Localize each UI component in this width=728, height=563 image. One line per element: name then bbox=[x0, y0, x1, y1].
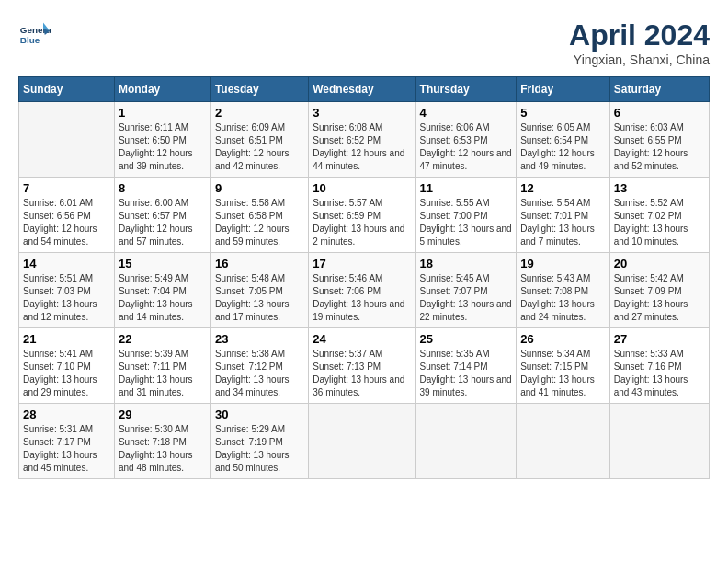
day-number: 19 bbox=[520, 257, 606, 270]
logo: General Blue bbox=[18, 18, 51, 52]
weekday-header-row: SundayMondayTuesdayWednesdayThursdayFrid… bbox=[19, 77, 710, 102]
day-number: 8 bbox=[119, 181, 207, 195]
weekday-header-friday: Friday bbox=[517, 77, 610, 102]
calendar-cell: 27Sunrise: 5:33 AM Sunset: 7:16 PM Dayli… bbox=[609, 328, 709, 404]
day-number: 12 bbox=[520, 181, 606, 195]
calendar-cell: 25Sunrise: 5:35 AM Sunset: 7:14 PM Dayli… bbox=[415, 328, 517, 404]
day-number: 29 bbox=[119, 408, 207, 421]
day-info: Sunrise: 5:51 AM Sunset: 7:03 PM Dayligh… bbox=[23, 272, 110, 324]
day-number: 28 bbox=[23, 408, 110, 421]
calendar-cell: 6Sunrise: 6:03 AM Sunset: 6:55 PM Daylig… bbox=[609, 102, 709, 178]
day-info: Sunrise: 6:01 AM Sunset: 6:56 PM Dayligh… bbox=[23, 197, 110, 248]
calendar-cell: 20Sunrise: 5:42 AM Sunset: 7:09 PM Dayli… bbox=[609, 253, 709, 328]
day-info: Sunrise: 5:52 AM Sunset: 7:02 PM Dayligh… bbox=[614, 197, 705, 248]
day-number: 3 bbox=[313, 106, 411, 120]
day-number: 10 bbox=[313, 181, 411, 195]
weekday-header-tuesday: Tuesday bbox=[210, 77, 308, 102]
day-info: Sunrise: 5:29 AM Sunset: 7:19 PM Dayligh… bbox=[215, 423, 304, 475]
day-info: Sunrise: 5:49 AM Sunset: 7:04 PM Dayligh… bbox=[119, 272, 207, 324]
day-number: 2 bbox=[215, 106, 304, 120]
weekday-header-monday: Monday bbox=[114, 77, 210, 102]
day-info: Sunrise: 5:57 AM Sunset: 6:59 PM Dayligh… bbox=[313, 197, 411, 248]
day-number: 11 bbox=[420, 181, 513, 195]
day-number: 30 bbox=[215, 408, 304, 421]
day-info: Sunrise: 5:46 AM Sunset: 7:06 PM Dayligh… bbox=[313, 272, 411, 324]
day-info: Sunrise: 5:38 AM Sunset: 7:12 PM Dayligh… bbox=[215, 348, 304, 399]
day-number: 25 bbox=[420, 332, 513, 346]
day-info: Sunrise: 5:55 AM Sunset: 7:00 PM Dayligh… bbox=[420, 197, 513, 248]
calendar-cell: 15Sunrise: 5:49 AM Sunset: 7:04 PM Dayli… bbox=[114, 253, 210, 328]
calendar-cell bbox=[517, 404, 610, 479]
day-info: Sunrise: 5:42 AM Sunset: 7:09 PM Dayligh… bbox=[614, 272, 705, 324]
day-number: 14 bbox=[23, 257, 110, 270]
page-header: General Blue April 2024 Yingxian, Shanxi… bbox=[18, 18, 710, 67]
weekday-header-sunday: Sunday bbox=[19, 77, 115, 102]
calendar-cell bbox=[609, 404, 709, 479]
day-info: Sunrise: 6:00 AM Sunset: 6:57 PM Dayligh… bbox=[119, 197, 207, 248]
day-info: Sunrise: 6:09 AM Sunset: 6:51 PM Dayligh… bbox=[215, 121, 304, 173]
calendar-table: SundayMondayTuesdayWednesdayThursdayFrid… bbox=[18, 76, 710, 479]
calendar-cell bbox=[19, 102, 115, 178]
day-number: 21 bbox=[23, 332, 110, 346]
calendar-cell: 26Sunrise: 5:34 AM Sunset: 7:15 PM Dayli… bbox=[517, 328, 610, 404]
calendar-cell: 17Sunrise: 5:46 AM Sunset: 7:06 PM Dayli… bbox=[309, 253, 415, 328]
calendar-week-1: 1Sunrise: 6:11 AM Sunset: 6:50 PM Daylig… bbox=[19, 102, 710, 178]
day-info: Sunrise: 5:48 AM Sunset: 7:05 PM Dayligh… bbox=[215, 272, 304, 324]
day-number: 24 bbox=[313, 332, 411, 346]
day-info: Sunrise: 6:11 AM Sunset: 6:50 PM Dayligh… bbox=[119, 121, 207, 173]
calendar-cell: 24Sunrise: 5:37 AM Sunset: 7:13 PM Dayli… bbox=[309, 328, 415, 404]
day-info: Sunrise: 5:54 AM Sunset: 7:01 PM Dayligh… bbox=[520, 197, 606, 248]
calendar-cell: 8Sunrise: 6:00 AM Sunset: 6:57 PM Daylig… bbox=[114, 178, 210, 253]
day-number: 16 bbox=[215, 257, 304, 270]
calendar-cell: 10Sunrise: 5:57 AM Sunset: 6:59 PM Dayli… bbox=[309, 178, 415, 253]
calendar-week-3: 14Sunrise: 5:51 AM Sunset: 7:03 PM Dayli… bbox=[19, 253, 710, 328]
day-number: 1 bbox=[119, 106, 207, 120]
day-number: 23 bbox=[215, 332, 304, 346]
weekday-header-saturday: Saturday bbox=[609, 77, 709, 102]
location: Yingxian, Shanxi, China bbox=[569, 52, 710, 67]
day-number: 27 bbox=[614, 332, 705, 346]
day-info: Sunrise: 5:35 AM Sunset: 7:14 PM Dayligh… bbox=[420, 348, 513, 399]
calendar-week-4: 21Sunrise: 5:41 AM Sunset: 7:10 PM Dayli… bbox=[19, 328, 710, 404]
calendar-cell: 28Sunrise: 5:31 AM Sunset: 7:17 PM Dayli… bbox=[19, 404, 115, 479]
day-number: 22 bbox=[119, 332, 207, 346]
day-number: 9 bbox=[215, 181, 304, 195]
calendar-cell: 4Sunrise: 6:06 AM Sunset: 6:53 PM Daylig… bbox=[415, 102, 517, 178]
calendar-cell: 5Sunrise: 6:05 AM Sunset: 6:54 PM Daylig… bbox=[517, 102, 610, 178]
day-number: 5 bbox=[520, 106, 606, 120]
day-number: 26 bbox=[520, 332, 606, 346]
day-info: Sunrise: 6:08 AM Sunset: 6:52 PM Dayligh… bbox=[313, 121, 411, 173]
weekday-header-wednesday: Wednesday bbox=[309, 77, 415, 102]
day-info: Sunrise: 5:58 AM Sunset: 6:58 PM Dayligh… bbox=[215, 197, 304, 248]
calendar-cell: 13Sunrise: 5:52 AM Sunset: 7:02 PM Dayli… bbox=[609, 178, 709, 253]
calendar-cell bbox=[415, 404, 517, 479]
calendar-cell: 19Sunrise: 5:43 AM Sunset: 7:08 PM Dayli… bbox=[517, 253, 610, 328]
calendar-cell: 16Sunrise: 5:48 AM Sunset: 7:05 PM Dayli… bbox=[210, 253, 308, 328]
day-number: 7 bbox=[23, 181, 110, 195]
day-info: Sunrise: 6:03 AM Sunset: 6:55 PM Dayligh… bbox=[614, 121, 705, 173]
calendar-cell: 3Sunrise: 6:08 AM Sunset: 6:52 PM Daylig… bbox=[309, 102, 415, 178]
calendar-cell: 29Sunrise: 5:30 AM Sunset: 7:18 PM Dayli… bbox=[114, 404, 210, 479]
calendar-cell: 23Sunrise: 5:38 AM Sunset: 7:12 PM Dayli… bbox=[210, 328, 308, 404]
calendar-cell: 7Sunrise: 6:01 AM Sunset: 6:56 PM Daylig… bbox=[19, 178, 115, 253]
calendar-cell: 22Sunrise: 5:39 AM Sunset: 7:11 PM Dayli… bbox=[114, 328, 210, 404]
day-info: Sunrise: 5:43 AM Sunset: 7:08 PM Dayligh… bbox=[520, 272, 606, 324]
calendar-week-5: 28Sunrise: 5:31 AM Sunset: 7:17 PM Dayli… bbox=[19, 404, 710, 479]
title-block: April 2024 Yingxian, Shanxi, China bbox=[569, 18, 710, 67]
calendar-cell: 2Sunrise: 6:09 AM Sunset: 6:51 PM Daylig… bbox=[210, 102, 308, 178]
day-number: 13 bbox=[614, 181, 705, 195]
day-number: 4 bbox=[420, 106, 513, 120]
calendar-cell: 11Sunrise: 5:55 AM Sunset: 7:00 PM Dayli… bbox=[415, 178, 517, 253]
calendar-cell: 18Sunrise: 5:45 AM Sunset: 7:07 PM Dayli… bbox=[415, 253, 517, 328]
calendar-cell: 12Sunrise: 5:54 AM Sunset: 7:01 PM Dayli… bbox=[517, 178, 610, 253]
day-info: Sunrise: 5:34 AM Sunset: 7:15 PM Dayligh… bbox=[520, 348, 606, 399]
calendar-cell: 9Sunrise: 5:58 AM Sunset: 6:58 PM Daylig… bbox=[210, 178, 308, 253]
day-number: 18 bbox=[420, 257, 513, 270]
logo-icon: General Blue bbox=[18, 18, 51, 52]
calendar-cell bbox=[309, 404, 415, 479]
day-info: Sunrise: 5:33 AM Sunset: 7:16 PM Dayligh… bbox=[614, 348, 705, 399]
day-info: Sunrise: 5:37 AM Sunset: 7:13 PM Dayligh… bbox=[313, 348, 411, 399]
day-info: Sunrise: 5:41 AM Sunset: 7:10 PM Dayligh… bbox=[23, 348, 110, 399]
day-info: Sunrise: 5:31 AM Sunset: 7:17 PM Dayligh… bbox=[23, 423, 110, 475]
day-number: 20 bbox=[614, 257, 705, 270]
